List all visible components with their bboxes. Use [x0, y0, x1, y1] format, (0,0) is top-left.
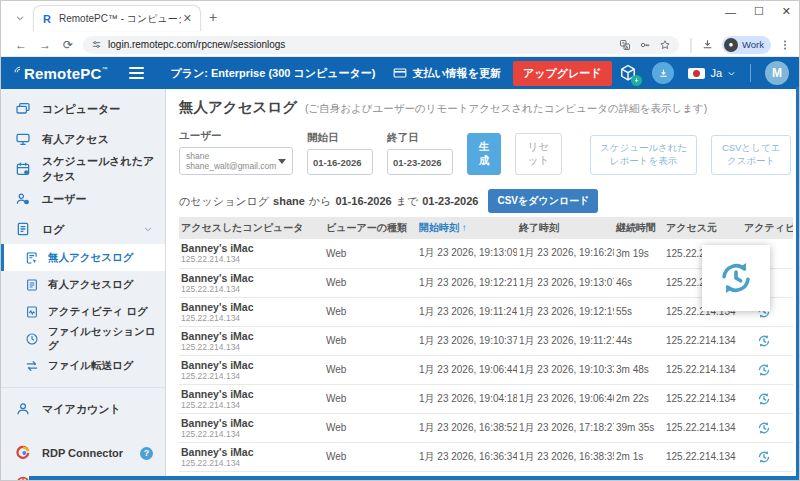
- col-duration: 継続時間: [614, 217, 664, 239]
- users-icon: [15, 191, 31, 207]
- remotepc-logo[interactable]: RemotePC ™: [13, 65, 107, 82]
- calendar-icon: [446, 157, 447, 167]
- summary-user: shane: [273, 195, 305, 207]
- page-title: 無人アクセスログ: [179, 98, 297, 117]
- end-date-input[interactable]: 01-23-2026: [387, 149, 453, 175]
- sidebar: コンピューター 有人アクセス スケジュールされたアクセス ユーザー ログ 無人ア…: [1, 89, 166, 480]
- sidebar-item-file-session-log[interactable]: ファイルセッションログ: [1, 325, 165, 352]
- browser-tabstrip: R RemotePC™ - コンピューター ✕ + — ☐ ✕: [1, 1, 799, 33]
- browser-tab[interactable]: R RemotePC™ - コンピューター ✕: [33, 5, 201, 31]
- view-scheduled-reports-button[interactable]: スケジュールされたレポートを表示: [590, 135, 697, 175]
- app-header: RemotePC ™ プラン: Enterprise (300 コンピューター)…: [1, 57, 799, 89]
- menu-hamburger-icon[interactable]: [129, 67, 144, 79]
- new-tab-button[interactable]: +: [209, 9, 217, 25]
- transfer-arrows-icon: [25, 359, 39, 373]
- table-row: Banney's iMac125.22.214.134 Web 1月 23 20…: [179, 268, 793, 297]
- remotepc-favicon: R: [40, 12, 54, 26]
- upgrade-button[interactable]: アップグレード: [513, 61, 612, 86]
- col-source: アクセス元: [664, 217, 742, 239]
- language-label: Ja: [710, 67, 722, 79]
- col-computer: アクセスしたコンピュータ: [179, 217, 324, 239]
- profile-avatar-icon: ●: [724, 38, 738, 52]
- address-bar[interactable]: login.remotepc.com/rpcnew/sessionlogs: [83, 36, 679, 54]
- reset-button[interactable]: リセット: [515, 133, 562, 175]
- activity-history-icon[interactable]: [756, 333, 772, 349]
- export-csv-button[interactable]: CSVとしてエクスポート: [711, 135, 791, 175]
- logs-icon: [15, 221, 31, 237]
- sidebar-item-rdp-connector[interactable]: RDP Connector ?: [1, 438, 165, 468]
- back-icon[interactable]: ←: [15, 38, 27, 52]
- reload-icon[interactable]: ⟳: [63, 38, 73, 52]
- browser-menu-icon[interactable]: [779, 39, 791, 51]
- sidebar-item-users[interactable]: ユーザー: [1, 184, 165, 214]
- sidebar-item-unattended-access-log[interactable]: 無人アクセスログ: [1, 244, 165, 271]
- sidebar-item-file-transfer-log[interactable]: ファイル転送ログ: [1, 352, 165, 379]
- table-row: Banney's iMac125.22.214.134 Web 1月 23 20…: [179, 413, 793, 442]
- sidebar-item-my-account[interactable]: マイアカウント: [1, 394, 165, 424]
- sidebar-item-computers[interactable]: コンピューター: [1, 94, 165, 124]
- generate-button[interactable]: 生成: [467, 133, 501, 175]
- select-caret-icon: [278, 159, 286, 164]
- user-avatar[interactable]: M: [765, 61, 789, 85]
- table-row: Banney's iMac125.22.214.134 Web 1月 23 20…: [179, 297, 793, 326]
- computers-icon: [15, 101, 31, 117]
- calendar-icon: [15, 161, 31, 177]
- password-key-icon[interactable]: [639, 39, 651, 51]
- tab-title: RemotePC™ - コンピューター: [59, 12, 181, 26]
- sidebar-item-logs[interactable]: ログ: [1, 214, 165, 244]
- sidebar-item-attended-access-log[interactable]: 有人アクセスログ: [1, 271, 165, 298]
- table-row: Banney's iMac125.22.214.134 Web 1月 23 20…: [179, 326, 793, 355]
- selected-user-name: shane: [186, 151, 278, 161]
- deploy-package-button[interactable]: [618, 63, 638, 83]
- col-end-time: 終了時刻: [517, 217, 614, 239]
- table-row: Banney's iMac125.22.214.134 Web 1月 23 20…: [179, 442, 793, 471]
- window-close-icon[interactable]: ✕: [782, 5, 791, 18]
- translate-icon[interactable]: [619, 39, 631, 51]
- session-log-table: アクセスしたコンピュータ ビューアーの種類 開始時刻 ↑ 終了時刻 継続時間 ア…: [179, 217, 793, 480]
- downloads-icon[interactable]: [701, 38, 714, 51]
- tab-close-icon[interactable]: ✕: [181, 12, 194, 25]
- activity-log-icon: [25, 305, 39, 319]
- calendar-icon: [366, 157, 367, 167]
- rdp-help-icon[interactable]: ?: [140, 447, 153, 460]
- activity-history-icon[interactable]: [756, 449, 772, 465]
- activity-history-icon[interactable]: [756, 420, 772, 436]
- sort-ascending-icon: ↑: [462, 222, 467, 233]
- tab-search-icon[interactable]: [11, 9, 29, 27]
- col-start-time[interactable]: 開始時刻 ↑: [417, 217, 517, 239]
- summary-from-date: 01-16-2026: [335, 195, 391, 207]
- signal-arcs-icon: [13, 66, 23, 76]
- col-activity: アクティビティ: [742, 217, 793, 239]
- bookmark-star-icon[interactable]: [659, 39, 671, 51]
- site-settings-icon[interactable]: [91, 39, 102, 50]
- sidebar-item-scheduled-access[interactable]: スケジュールされたアクセス: [1, 154, 165, 184]
- update-billing-link[interactable]: 支払い情報を更新: [393, 66, 501, 81]
- table-row: Banney's iMac125.22.214.134 Web 1月 23 20…: [179, 239, 793, 268]
- activity-icon-popup[interactable]: [702, 245, 770, 311]
- language-selector[interactable]: Ja: [688, 67, 736, 79]
- end-date-label: 終了日: [387, 131, 453, 145]
- window-maximize-icon[interactable]: ☐: [754, 5, 764, 18]
- page-right-edge-bar: [796, 87, 799, 480]
- profile-name: Work: [742, 39, 764, 50]
- clock-icon: [25, 332, 39, 346]
- unattended-log-icon: [25, 251, 39, 265]
- page-subtitle: (ご自身およびユーザーのリモートアクセスされたコンピュータの詳細を表示します): [305, 102, 707, 116]
- url-text: login.remotepc.com/rpcnew/sessionlogs: [108, 39, 619, 50]
- plan-label: プラン: Enterprise (300 コンピューター): [170, 66, 375, 81]
- download-app-button[interactable]: [652, 62, 674, 84]
- start-date-input[interactable]: 01-16-2026: [307, 149, 373, 175]
- forward-icon[interactable]: →: [39, 38, 51, 52]
- sidebar-item-attended-access[interactable]: 有人アクセス: [1, 124, 165, 154]
- sidebar-item-activity-log[interactable]: アクティビティ ログ: [1, 298, 165, 325]
- account-person-icon: [15, 401, 31, 417]
- start-date-label: 開始日: [307, 131, 373, 145]
- activity-history-icon[interactable]: [756, 362, 772, 378]
- page-bottom-edge-bar: [29, 476, 799, 480]
- user-select-dropdown[interactable]: shane shane_walt@gmail.com: [179, 147, 293, 175]
- col-viewer: ビューアーの種類: [324, 217, 417, 239]
- window-minimize-icon[interactable]: —: [725, 6, 736, 18]
- download-csv-button[interactable]: CSVをダウンロード: [488, 189, 598, 213]
- browser-profile-button[interactable]: ● Work: [722, 36, 771, 54]
- activity-history-icon[interactable]: [756, 391, 772, 407]
